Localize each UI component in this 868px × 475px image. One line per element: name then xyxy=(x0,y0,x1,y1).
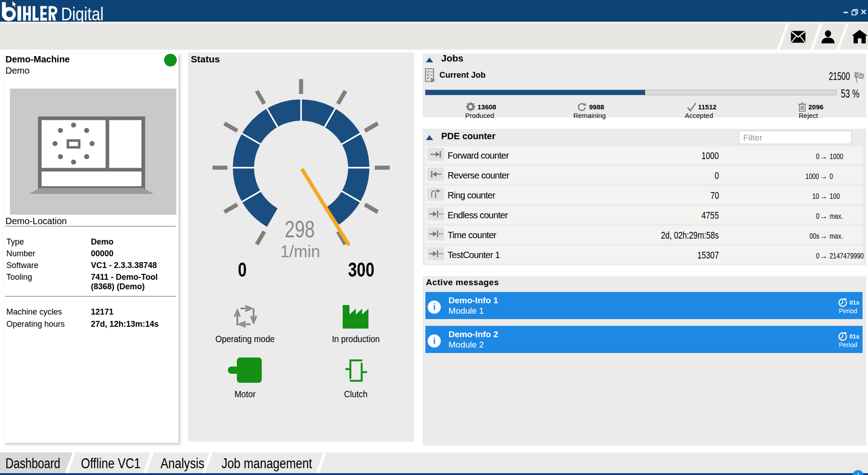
svg-text:Digital: Digital xyxy=(61,4,104,22)
